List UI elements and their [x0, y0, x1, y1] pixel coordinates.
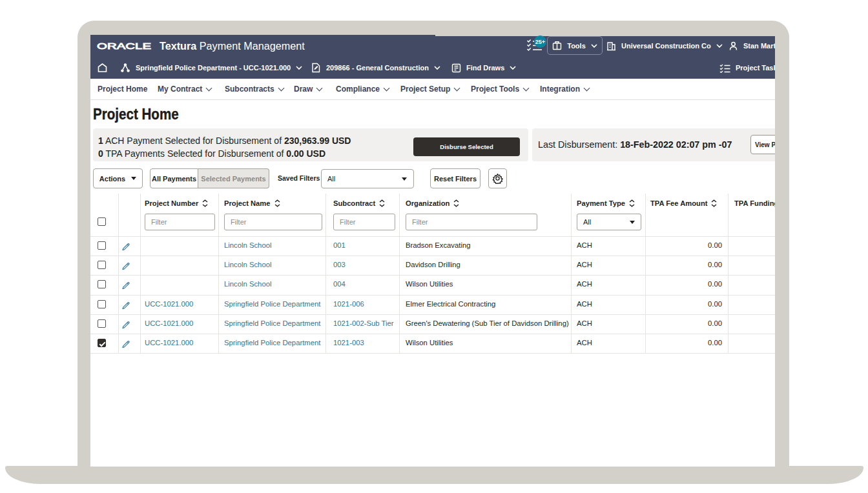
svg-text:ORACLE: ORACLE [97, 41, 151, 50]
svg-text:25+: 25+ [535, 39, 545, 45]
